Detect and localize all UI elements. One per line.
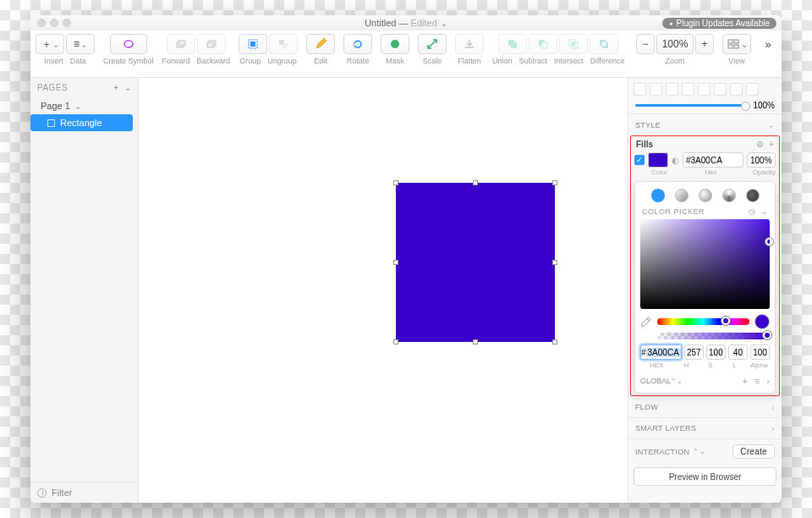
align-left-icon[interactable] [634, 83, 646, 96]
align-top-icon[interactable] [682, 83, 694, 96]
svg-rect-14 [734, 40, 738, 43]
app-window: Untitled — Edited ⌄ Plugin Updates Avail… [30, 15, 782, 503]
svg-rect-15 [728, 45, 732, 48]
titlebar: Untitled — Edited ⌄ Plugin Updates Avail… [30, 15, 782, 30]
layer-item-rectangle[interactable]: Rectangle [30, 114, 133, 131]
picker-collapse-icon[interactable]: ⌄ [761, 207, 769, 216]
recent-colors-icon[interactable]: ◷ [749, 207, 756, 216]
fill-mode-linear[interactable] [675, 189, 689, 202]
sidebar: PAGES +⌄ Page 1 ⌄ Rectangle Filter [30, 78, 139, 503]
data-button[interactable]: ≡⌄ [66, 34, 95, 54]
hex-input[interactable]: # 3A00CA [640, 344, 682, 360]
plugin-updates-pill[interactable]: Plugin Updates Available [662, 18, 776, 29]
blend-icon[interactable]: ◐ [672, 156, 679, 165]
hue-slider[interactable] [657, 318, 749, 325]
align-bottom-icon[interactable] [714, 83, 727, 96]
edit-button[interactable] [306, 34, 335, 54]
zoom-out-button[interactable]: − [636, 34, 655, 54]
align-hcenter-icon[interactable] [650, 83, 662, 96]
view-button[interactable]: ⌄ [722, 34, 751, 54]
canvas[interactable] [139, 78, 628, 503]
create-symbol-button[interactable] [110, 34, 147, 54]
fill-hex-input[interactable]: # 3A00CA [683, 152, 743, 168]
fill-mode-radial[interactable] [699, 189, 712, 202]
filter-icon [37, 488, 47, 498]
smart-layers-section[interactable]: SMART LAYERS› [628, 417, 782, 438]
collapse-pages-icon[interactable]: ⌄ [124, 83, 132, 92]
group-button[interactable] [239, 34, 267, 54]
svg-point-8 [391, 40, 399, 48]
color-picker-popover: COLOR PICKER◷⌄ # 3A00CA 257 100 [634, 181, 776, 394]
svg-rect-16 [734, 45, 738, 48]
add-fill-icon[interactable]: + [769, 140, 774, 149]
align-vcenter-icon[interactable] [698, 83, 710, 96]
svg-rect-9 [541, 42, 547, 48]
fill-swatch[interactable] [648, 152, 668, 168]
scale-button[interactable] [418, 34, 447, 54]
opacity-value: 100% [753, 101, 775, 110]
gear-icon[interactable]: ⚙ [756, 140, 764, 149]
flatten-button[interactable] [455, 34, 484, 54]
svg-rect-12 [572, 42, 575, 46]
backward-button[interactable] [197, 34, 226, 54]
svg-rect-3 [207, 42, 214, 47]
subtract-button[interactable] [529, 34, 557, 54]
create-interaction-button[interactable]: Create [732, 444, 775, 459]
fill-mode-angular[interactable] [722, 189, 736, 202]
toolbar-overflow-button[interactable]: » [760, 34, 776, 54]
distribute-h-icon[interactable] [730, 83, 743, 96]
difference-button[interactable] [590, 34, 618, 54]
add-global-icon[interactable]: + [742, 376, 747, 386]
hue-input[interactable]: 257 [684, 344, 704, 360]
ungroup-button[interactable] [269, 34, 298, 54]
flow-section[interactable]: FLOW› [628, 396, 782, 417]
svg-rect-13 [728, 40, 732, 43]
fill-opacity-input[interactable]: 100% [747, 152, 776, 168]
svg-rect-5 [250, 41, 255, 47]
light-input[interactable]: 40 [728, 344, 748, 360]
mask-button[interactable] [381, 34, 409, 54]
pages-header: PAGES +⌄ [30, 78, 138, 97]
sat-input[interactable]: 100 [706, 344, 726, 360]
color-preview [754, 314, 770, 329]
fill-mode-solid[interactable] [651, 189, 665, 202]
svg-rect-7 [283, 43, 288, 48]
global-colors-row[interactable]: GLOBAL ⌃⌄ +≡› [640, 374, 770, 388]
add-page-icon[interactable]: + [113, 83, 118, 92]
toolbar: ＋⌄ ≡⌄ InsertData Create Symbol ForwardBa… [30, 30, 782, 78]
rotate-button[interactable] [343, 34, 372, 54]
page-item[interactable]: Page 1 ⌄ [30, 97, 138, 114]
grid-view-icon[interactable]: › [766, 376, 770, 386]
alpha-slider[interactable] [657, 333, 770, 339]
fill-enabled-checkbox[interactable]: ✓ [634, 155, 645, 165]
union-button[interactable] [498, 34, 527, 54]
rectangle-icon [47, 119, 55, 127]
interaction-section: INTERACTION ⌃⌄ Create [628, 438, 782, 464]
align-tools [628, 78, 782, 97]
zoom-in-button[interactable]: + [695, 34, 714, 54]
style-section[interactable]: STYLE⌄ [628, 113, 782, 135]
forward-button[interactable] [167, 34, 195, 54]
svg-rect-1 [178, 41, 185, 46]
fill-mode-image[interactable] [746, 189, 760, 202]
filter-input[interactable]: Filter [30, 482, 138, 503]
opacity-slider[interactable] [635, 104, 748, 107]
preview-in-browser-button[interactable]: Preview in Browser [634, 467, 776, 486]
eyedropper-icon[interactable] [640, 316, 652, 328]
list-view-icon[interactable]: ≡ [754, 376, 760, 386]
alpha-input[interactable]: 100 [750, 344, 770, 360]
rectangle-shape[interactable] [396, 183, 555, 342]
insert-button[interactable]: ＋⌄ [36, 34, 64, 54]
inspector: 100% STYLE⌄ Fills ⚙+ ✓ ◐ # 3A00CA 100% C… [628, 78, 782, 503]
fills-header: Fills ⚙+ [634, 138, 776, 152]
zoom-value[interactable]: 100% [656, 34, 694, 54]
distribute-v-icon[interactable] [746, 83, 759, 96]
saturation-value-field[interactable] [640, 219, 770, 309]
align-right-icon[interactable] [666, 83, 678, 96]
intersect-button[interactable] [559, 34, 588, 54]
